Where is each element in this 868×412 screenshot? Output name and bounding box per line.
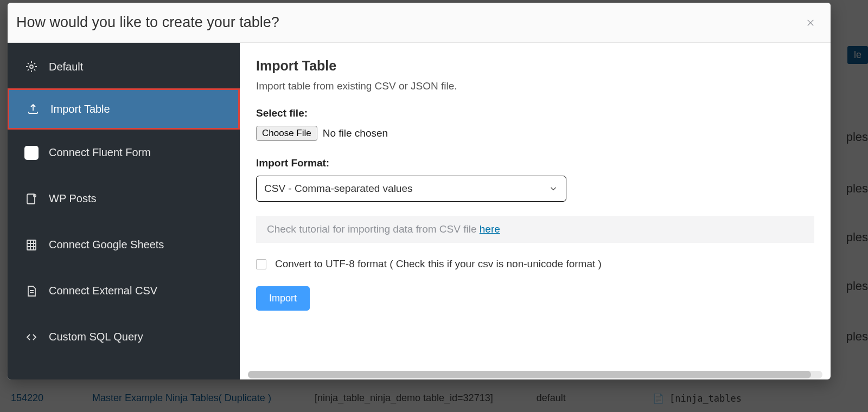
modal-body: Default Import Table Connect Fluent Form…: [8, 43, 831, 379]
chevron-down-icon: [548, 184, 558, 194]
modal-header: How would you like to create your table?: [8, 3, 831, 43]
sidebar-item-external-csv[interactable]: Connect External CSV: [8, 268, 240, 314]
sheets-icon: [24, 237, 39, 253]
code-icon: [24, 330, 39, 345]
sidebar-item-label: Custom SQL Query: [49, 331, 143, 343]
svg-rect-2: [26, 153, 33, 156]
tutorial-text: Check tutorial for importing data from C…: [267, 223, 480, 235]
sidebar-item-label: Default: [49, 61, 83, 73]
close-icon: [806, 18, 815, 28]
import-button[interactable]: Import: [256, 286, 310, 311]
close-button[interactable]: [803, 16, 818, 30]
sidebar-item-import-table[interactable]: Import Table: [8, 88, 240, 130]
sidebar-item-label: Import Table: [50, 103, 110, 115]
sidebar-item-label: Connect Google Sheets: [49, 239, 164, 251]
import-format-select[interactable]: CSV - Comma-separated values: [256, 176, 566, 202]
format-value: CSV - Comma-separated values: [264, 183, 413, 195]
sidebar-item-wp-posts[interactable]: WP Posts: [8, 176, 240, 222]
utf8-checkbox[interactable]: [256, 259, 266, 269]
file-input-row: Choose File No file chosen: [256, 126, 814, 141]
svg-rect-5: [27, 240, 36, 250]
svg-rect-1: [26, 150, 36, 152]
content-subtitle: Import table from existing CSV or JSON f…: [256, 80, 814, 92]
tutorial-notice: Check tutorial for importing data from C…: [256, 216, 814, 243]
content-panel: Import Table Import table from existing …: [240, 43, 831, 379]
sidebar-item-google-sheets[interactable]: Connect Google Sheets: [8, 222, 240, 268]
scrollbar-thumb[interactable]: [248, 371, 811, 378]
import-format-label: Import Format:: [256, 157, 814, 169]
svg-point-0: [30, 65, 33, 68]
document-icon: [24, 284, 39, 299]
horizontal-scrollbar[interactable]: [248, 371, 822, 378]
create-table-modal: How would you like to create your table?…: [8, 3, 831, 379]
sidebar-item-label: Connect Fluent Form: [49, 146, 151, 159]
sidebar-item-fluent-form[interactable]: Connect Fluent Form: [8, 130, 240, 176]
gear-icon: [24, 59, 39, 74]
sidebar-item-label: Connect External CSV: [49, 285, 157, 297]
form-icon: [24, 145, 39, 160]
utf8-checkbox-row: Convert to UTF-8 format ( Check this if …: [256, 258, 814, 270]
tutorial-link[interactable]: here: [480, 223, 500, 235]
no-file-text: No file chosen: [323, 127, 388, 139]
sidebar: Default Import Table Connect Fluent Form…: [8, 43, 240, 379]
select-file-label: Select file:: [256, 107, 814, 119]
posts-icon: [24, 191, 39, 207]
sidebar-item-sql-query[interactable]: Custom SQL Query: [8, 314, 240, 360]
upload-icon: [25, 101, 41, 117]
choose-file-button[interactable]: Choose File: [256, 126, 317, 141]
sidebar-item-label: WP Posts: [49, 192, 96, 205]
modal-title: How would you like to create your table?: [16, 14, 279, 31]
utf8-label: Convert to UTF-8 format ( Check this if …: [275, 258, 602, 270]
sidebar-item-default[interactable]: Default: [8, 45, 240, 88]
content-heading: Import Table: [256, 58, 814, 74]
